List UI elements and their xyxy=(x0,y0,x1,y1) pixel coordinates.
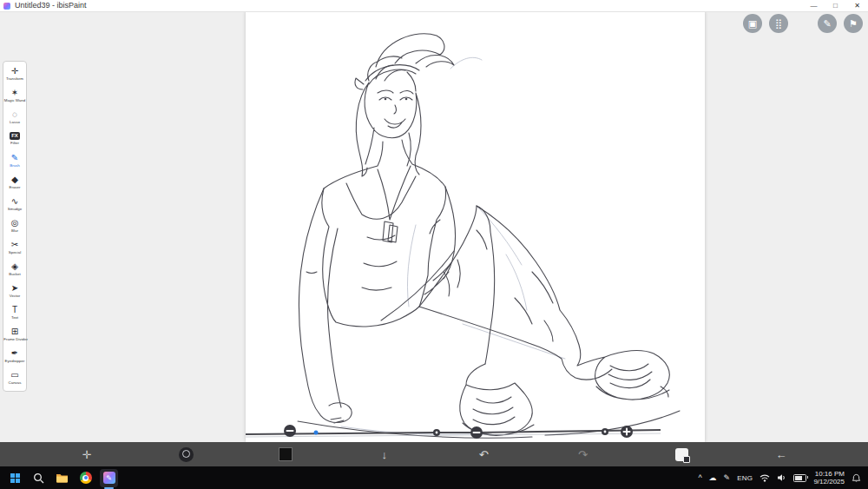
tool-vector[interactable]: ➤ Vector xyxy=(3,281,26,302)
folder-icon xyxy=(56,472,69,483)
current-color xyxy=(279,447,293,461)
grid-button[interactable]: ⣿ xyxy=(769,14,788,33)
tool-label: Filter xyxy=(3,141,25,144)
color-button[interactable]: ⚑ xyxy=(844,14,863,33)
back-button[interactable]: ← xyxy=(769,442,793,466)
undo-button[interactable]: ↶ xyxy=(471,442,496,466)
bottom-toolbar: ✛ ↓ ↶ ↷ ← xyxy=(0,442,868,466)
tool-transform[interactable]: ✛ Transform xyxy=(3,63,26,85)
vector-icon: ➤ xyxy=(11,283,18,293)
taskbar-app-ibispaint[interactable]: ✎ xyxy=(100,469,118,487)
eraser-icon: ◆ xyxy=(11,175,18,184)
tool-label: Magic Wand xyxy=(3,98,25,102)
dot-grid-icon: ⣿ xyxy=(775,17,782,29)
tool-label: Bucket xyxy=(3,272,25,275)
redo-button[interactable]: ↷ xyxy=(570,442,595,466)
ruler-handle-dot-left[interactable] xyxy=(433,429,440,436)
system-tray: ^ ☁ ✎ ENG 10:16 PM 9/12/2025 xyxy=(698,470,861,486)
tool-text[interactable]: T Text xyxy=(3,302,26,324)
taskbar-search-button[interactable] xyxy=(30,469,48,487)
move-tool-button[interactable]: ✛ xyxy=(75,442,99,466)
drawing-canvas[interactable] xyxy=(246,11,705,442)
brush-icon: ✎ xyxy=(11,153,18,162)
battery-icon[interactable] xyxy=(793,474,806,482)
notification-bell-icon[interactable] xyxy=(852,473,861,483)
undo-icon: ↶ xyxy=(479,448,489,461)
maximize-button[interactable]: □ xyxy=(825,0,846,11)
ruler-handle-minus-right[interactable] xyxy=(470,426,483,439)
ruler-handle-dot-right[interactable] xyxy=(602,428,608,435)
tool-property-button[interactable]: ↓ xyxy=(372,442,397,466)
down-arrow-icon: ↓ xyxy=(382,448,388,461)
tool-label: Blur xyxy=(3,228,25,232)
hidden-icons-chevron[interactable]: ^ xyxy=(698,473,701,482)
pen-tray-icon[interactable]: ✎ xyxy=(724,473,731,482)
taskbar-clock[interactable]: 10:16 PM 9/12/2025 xyxy=(813,470,845,486)
browser-button[interactable] xyxy=(76,469,95,487)
tray-date: 9/12/2025 xyxy=(813,478,845,486)
canvas-icon: ▭ xyxy=(10,370,18,380)
tool-brush[interactable]: ✎ Brush xyxy=(3,150,26,172)
file-explorer-button[interactable] xyxy=(53,469,71,487)
material-icon: ▣ xyxy=(748,17,757,29)
active-indicator xyxy=(104,487,114,489)
layers-button[interactable] xyxy=(670,442,694,466)
blur-icon: ◎ xyxy=(11,218,19,228)
tool-label: Frame Divider xyxy=(3,337,25,340)
window-titlebar: Untitled39 - ibisPaint — □ ✕ xyxy=(0,0,868,12)
tool-eraser[interactable]: ◆ Eraser xyxy=(3,172,26,194)
special-icon: ✂ xyxy=(11,240,18,249)
tool-panel: ✛ Transform ✶ Magic Wand ◌ Lasso FX Filt… xyxy=(3,61,27,392)
tool-label: Brush xyxy=(3,163,25,167)
layers-icon xyxy=(675,448,688,461)
tool-eyedropper[interactable]: ✒ Eyedropper xyxy=(3,346,26,367)
tool-filter[interactable]: FX Filter xyxy=(3,129,26,150)
material-button[interactable]: ▣ xyxy=(743,14,762,33)
frame-divider-icon: ⊞ xyxy=(11,327,18,336)
move-icon: ✛ xyxy=(82,448,92,461)
tool-lasso[interactable]: ◌ Lasso xyxy=(3,107,26,129)
tool-label: Eyedropper xyxy=(3,359,25,362)
color-swatch-button[interactable] xyxy=(273,442,298,466)
touch-mode-button[interactable] xyxy=(174,442,198,466)
ruler-handle-plus[interactable] xyxy=(621,426,633,438)
tool-smudge[interactable]: ∿ Smudge xyxy=(3,194,26,215)
lasso-icon: ◌ xyxy=(12,109,17,119)
tool-frame-divider[interactable]: ⊞ Frame Divider xyxy=(3,324,26,346)
tool-magic-wand[interactable]: ✶ Magic Wand xyxy=(3,85,26,107)
bucket-icon: ◈ xyxy=(11,261,18,271)
tool-canvas[interactable]: ▭ Canvas xyxy=(3,367,26,389)
start-button[interactable] xyxy=(6,469,24,487)
pen-settings-button[interactable]: ✎ xyxy=(818,14,837,33)
touch-icon xyxy=(179,447,194,462)
tool-label: Canvas xyxy=(3,380,25,384)
tool-label: Eraser xyxy=(3,185,25,188)
tool-label: Lasso xyxy=(3,120,25,123)
tool-blur[interactable]: ◎ Blur xyxy=(3,215,26,237)
tool-special[interactable]: ✂ Special xyxy=(3,237,26,259)
transform-icon: ✛ xyxy=(11,66,18,76)
ruler-point-blue[interactable] xyxy=(314,431,319,435)
chrome-icon xyxy=(80,472,92,484)
tool-label: Text xyxy=(3,315,25,319)
volume-icon[interactable] xyxy=(777,473,786,482)
minimize-button[interactable]: — xyxy=(803,0,825,11)
tool-label: Special xyxy=(3,250,25,254)
text-icon: T xyxy=(12,305,17,314)
redo-icon: ↷ xyxy=(578,448,588,461)
taskbar-apps: ✎ xyxy=(6,469,118,487)
tool-label: Smudge xyxy=(3,207,25,210)
back-arrow-icon: ← xyxy=(775,448,786,461)
wifi-icon[interactable] xyxy=(760,473,770,482)
language-indicator[interactable]: ENG xyxy=(737,474,753,482)
color-flag-icon: ⚑ xyxy=(849,17,858,29)
eyedropper-icon: ✒ xyxy=(11,348,18,358)
tool-bucket[interactable]: ◈ Bucket xyxy=(3,259,26,281)
filter-icon: FX xyxy=(10,132,20,140)
close-button[interactable]: ✕ xyxy=(846,0,868,11)
tool-label: Transform xyxy=(3,76,25,80)
ruler-handle-minus-left[interactable] xyxy=(284,425,296,437)
onedrive-cloud-icon[interactable]: ☁ xyxy=(709,473,717,482)
ibispaint-icon: ✎ xyxy=(103,472,115,484)
canvas-quick-buttons: ▣ ⣿ ✎ ⚑ xyxy=(736,14,863,33)
